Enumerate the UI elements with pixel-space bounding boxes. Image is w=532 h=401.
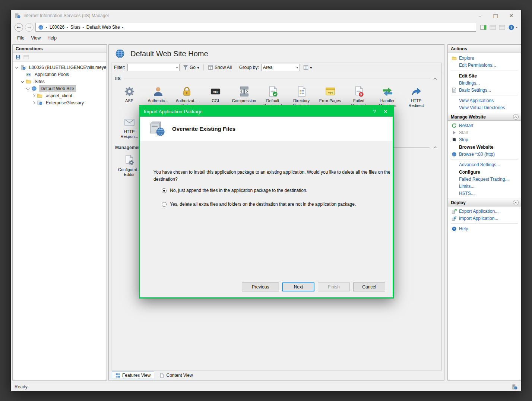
close-button[interactable]: ✕	[503, 10, 519, 21]
tree-item-enterpriseglossary[interactable]: EnterpriseGlossary	[13, 99, 107, 106]
feature-http-respon[interactable]: HTTP Respon...	[117, 117, 141, 139]
action-import-application[interactable]: Import Application...	[448, 215, 521, 222]
action-hsts[interactable]: HSTS...	[448, 190, 521, 197]
breadcrumb-item-l00026[interactable]: L00026	[48, 24, 66, 30]
collapse-section-icon[interactable]	[513, 114, 519, 120]
breadcrumb-item-default-web-site[interactable]: Default Web Site	[85, 24, 121, 30]
go-button[interactable]: Go ▾	[182, 65, 200, 70]
tree-expander-icon[interactable]	[26, 86, 29, 89]
actions-heading-edit-site: Edit Site	[448, 72, 521, 79]
feature-http-redirect[interactable]: HTTP Redirect	[404, 86, 428, 113]
action-view-applications[interactable]: View Applications	[448, 97, 521, 104]
feature-section-iis: IIS	[115, 75, 438, 82]
collapse-section-icon[interactable]	[513, 200, 519, 205]
collapse-section-icon[interactable]	[433, 146, 438, 149]
action-view-virtual-directories[interactable]: View Virtual Directories	[448, 104, 521, 111]
action-failed-request-tracing[interactable]: Failed Request Tracing...	[448, 176, 521, 183]
address-bar-icons: ?▾	[478, 24, 517, 31]
tree-item-label: Sites	[33, 79, 46, 85]
tab-content-view[interactable]: Content View	[156, 372, 196, 379]
action-stop[interactable]: Stop	[448, 136, 521, 143]
radio-button-icon[interactable]	[162, 202, 167, 207]
restart-icon	[452, 123, 457, 128]
dialog-message: You have chosen to install this applicat…	[153, 169, 390, 183]
breadcrumb-arrow-icon: ▸	[82, 26, 85, 29]
action-label: Basic Settings...	[459, 88, 491, 93]
tree-expander-icon[interactable]	[21, 79, 24, 82]
iis-manager-window: Internet Information Services (IIS) Mana…	[10, 10, 522, 391]
new-connection-icon[interactable]	[23, 54, 29, 60]
tab-label: Features View	[122, 373, 151, 378]
tree-expander-icon[interactable]	[32, 94, 35, 97]
svg-text:CGI: CGI	[212, 90, 218, 94]
action-label: Explore	[459, 56, 474, 61]
actions-divider	[451, 223, 518, 224]
actions-section-manage-website: Manage Website	[448, 113, 521, 121]
tree-item-aspnet-client[interactable]: aspnet_client	[13, 92, 107, 99]
dialog-help-button[interactable]: ?	[369, 107, 380, 116]
breadcrumb[interactable]: ▸L00026▸Sites▸Default Web Site▸	[35, 23, 476, 32]
radio-option-selected[interactable]: No, just append the files in the applica…	[162, 187, 356, 194]
action-export-application[interactable]: Export Application...	[448, 208, 521, 215]
dialog-close-button[interactable]: ✕	[380, 107, 391, 116]
tree-item-sites[interactable]: Sites	[13, 78, 107, 85]
breadcrumb-arrow-icon: ▸	[66, 26, 69, 29]
action-limits[interactable]: Limits...	[448, 183, 521, 190]
action-help[interactable]: ?Help	[448, 225, 521, 232]
help-icon[interactable]: ?	[508, 24, 514, 31]
connections-tree: L00026 (BLUETELLIGENCE\nils.meyer)Applic…	[13, 62, 107, 380]
connections-header: Connections	[13, 45, 107, 53]
action-advanced-settings[interactable]: Advanced Settings...	[448, 161, 521, 168]
feature-pane-icon[interactable]	[480, 24, 487, 31]
cancel-button[interactable]: Cancel	[353, 282, 385, 291]
feature-label: CGI	[212, 98, 219, 103]
view-mode-button[interactable]: ▾	[302, 65, 313, 70]
action-bindings[interactable]: Bindings...	[448, 79, 521, 86]
help-dropdown-icon[interactable]: ▾	[516, 26, 517, 29]
home-header: Default Web Site Home	[109, 45, 444, 63]
back-button[interactable]: ←	[15, 23, 23, 32]
save-connection-icon[interactable]	[15, 54, 21, 60]
pane-icon[interactable]	[490, 24, 496, 31]
tab-features-view[interactable]: Features View	[112, 372, 154, 379]
filter-input[interactable]: ▾	[127, 64, 180, 71]
gear-icon	[124, 86, 135, 97]
action-explore[interactable]: Explore	[448, 54, 521, 61]
breadcrumb-item-sites[interactable]: Sites	[69, 24, 82, 30]
feature-label: Error Pages	[319, 98, 341, 103]
radio-button-icon[interactable]	[162, 188, 167, 193]
next-button[interactable]: Next	[282, 282, 314, 291]
group-by-label: Group by:	[239, 65, 259, 70]
tree-expander-icon[interactable]	[32, 101, 35, 104]
maximize-button[interactable]: □	[488, 10, 503, 21]
action-label: Import Application...	[459, 216, 498, 221]
menu-help[interactable]: Help	[44, 34, 60, 42]
gridblue-icon	[115, 373, 120, 378]
tree-item-application-pools[interactable]: Application Pools	[13, 71, 107, 78]
minimize-button[interactable]: –	[472, 10, 488, 21]
feature-configurat-editor[interactable]: Configurat... Editor	[117, 155, 141, 177]
action-edit-permissions[interactable]: Edit Permissions...	[448, 61, 521, 69]
previous-button[interactable]: Previous	[242, 282, 279, 291]
dialog-title: Import Application Package	[144, 109, 369, 114]
radio-option-unselected[interactable]: Yes, delete all extra files and folders …	[162, 200, 356, 208]
tab-label: Content View	[166, 373, 193, 378]
dialog-buttons: PreviousNextFinishCancel	[242, 282, 385, 291]
window-title: Internet Information Services (IIS) Mana…	[23, 13, 469, 18]
pane2-icon[interactable]	[499, 24, 505, 31]
feature-label: ASP	[125, 98, 133, 103]
feature-asp[interactable]: ASP	[117, 86, 141, 113]
action-basic-settings[interactable]: Basic Settings...	[448, 86, 521, 94]
handler-icon	[382, 86, 393, 97]
stop-icon	[452, 137, 457, 142]
tree-expander-icon[interactable]	[15, 65, 18, 68]
action-browse-80-http[interactable]: Browse *:80 (http)	[448, 151, 521, 158]
collapse-section-icon[interactable]	[433, 77, 438, 80]
tree-item-l00026-bluetelligence-nils-meyer[interactable]: L00026 (BLUETELLIGENCE\nils.meyer)	[13, 64, 107, 71]
menu-view[interactable]: View	[28, 34, 44, 42]
menu-file[interactable]: File	[14, 34, 28, 42]
tree-item-default-web-site[interactable]: Default Web Site	[13, 85, 107, 92]
show-all-button[interactable]: Show All	[207, 65, 233, 70]
action-restart[interactable]: Restart	[448, 122, 521, 129]
group-by-select[interactable]: Area ▾	[261, 64, 300, 71]
